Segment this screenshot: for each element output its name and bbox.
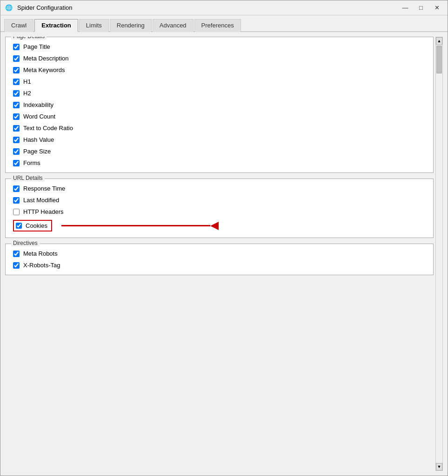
minimize-button[interactable]: — <box>398 3 412 13</box>
tab-preferences[interactable]: Preferences <box>194 19 241 32</box>
checkbox-item-page-size: Page Size <box>11 145 428 157</box>
checkbox-item-hash-value: Hash Value <box>11 134 428 145</box>
checkbox-last-modified[interactable] <box>13 197 20 204</box>
window-controls: — □ ✕ <box>398 3 444 13</box>
checkbox-item-h2: H2 <box>11 87 428 99</box>
tab-limits[interactable]: Limits <box>79 19 109 32</box>
checkbox-item-meta-description: Meta Description <box>11 53 428 64</box>
checkbox-cookies[interactable] <box>16 223 22 229</box>
label-meta-robots: Meta Robots <box>23 250 58 257</box>
checkbox-indexability[interactable] <box>13 102 20 108</box>
label-meta-keywords: Meta Keywords <box>23 66 65 73</box>
title-bar: 🌐 Spider Configuration — □ ✕ <box>0 0 448 15</box>
label-word-count: Word Count <box>23 113 55 120</box>
cookies-row: Cookies <box>11 218 428 234</box>
url-details-group: URL Details Response Time Last Modified … <box>5 178 434 238</box>
checkbox-item-last-modified: Last Modified <box>11 194 428 206</box>
checkbox-h1[interactable] <box>13 79 20 85</box>
red-arrow-container <box>61 222 221 230</box>
label-page-title: Page Title <box>23 43 50 50</box>
close-button[interactable]: ✕ <box>430 3 444 13</box>
label-cookies: Cookies <box>26 222 47 229</box>
checkbox-item-response-time: Response Time <box>11 183 428 194</box>
tab-extraction[interactable]: Extraction <box>34 19 78 32</box>
tab-crawl[interactable]: Crawl <box>4 19 33 32</box>
app-icon: 🌐 <box>4 3 13 13</box>
label-text-to-code-ratio: Text to Code Ratio <box>23 125 73 132</box>
checkbox-forms[interactable] <box>13 160 20 166</box>
main-window: 🌐 Spider Configuration — □ ✕ Crawl Extra… <box>0 0 448 476</box>
label-response-time: Response Time <box>23 185 65 192</box>
directives-group: Directives Meta Robots X-Robots-Tag <box>5 244 434 275</box>
checkbox-item-text-to-code-ratio: Text to Code Ratio <box>11 122 428 134</box>
label-indexability: Indexability <box>23 101 53 108</box>
scrollbar-thumb-area <box>436 46 442 462</box>
label-hash-value: Hash Value <box>23 136 54 143</box>
content-area: Page Details Page Title Meta Description… <box>0 32 448 476</box>
checkbox-item-meta-keywords: Meta Keywords <box>11 64 428 76</box>
page-details-title: Page Details <box>11 37 47 40</box>
label-h2: H2 <box>23 90 31 97</box>
tab-bar: Crawl Extraction Limits Rendering Advanc… <box>0 15 448 32</box>
checkbox-item-x-robots-tag: X-Robots-Tag <box>11 259 428 271</box>
checkbox-http-headers[interactable] <box>13 209 20 215</box>
label-h1: H1 <box>23 78 31 85</box>
scrollbar[interactable]: ▲ ▼ <box>435 37 443 471</box>
checkbox-item-meta-robots: Meta Robots <box>11 248 428 259</box>
checkbox-hash-value[interactable] <box>13 137 20 143</box>
url-details-title: URL Details <box>11 175 45 181</box>
checkbox-response-time[interactable] <box>13 185 20 192</box>
checkbox-item-indexability: Indexability <box>11 99 428 111</box>
label-meta-description: Meta Description <box>23 55 69 62</box>
checkbox-page-title[interactable] <box>13 44 20 50</box>
directives-title: Directives <box>11 240 40 246</box>
label-last-modified: Last Modified <box>23 197 59 204</box>
scrollbar-up-button[interactable]: ▲ <box>436 37 442 45</box>
label-x-robots-tag: X-Robots-Tag <box>23 262 60 269</box>
checkbox-item-page-title: Page Title <box>11 41 428 53</box>
tab-advanced[interactable]: Advanced <box>153 19 194 32</box>
checkbox-meta-robots[interactable] <box>13 251 20 257</box>
arrow-line <box>61 225 210 226</box>
label-forms: Forms <box>23 159 40 166</box>
window-title: Spider Configuration <box>17 4 398 11</box>
checkbox-item-word-count: Word Count <box>11 111 428 122</box>
scrollbar-thumb[interactable] <box>436 46 442 73</box>
checkbox-x-robots-tag[interactable] <box>13 262 20 269</box>
scroll-content: Page Details Page Title Meta Description… <box>5 37 435 471</box>
checkbox-h2[interactable] <box>13 90 20 97</box>
checkbox-item-h1: H1 <box>11 76 428 87</box>
label-page-size: Page Size <box>23 148 51 155</box>
checkbox-page-size[interactable] <box>13 148 20 155</box>
red-arrow <box>61 222 221 230</box>
label-http-headers: HTTP Headers <box>23 208 63 215</box>
checkbox-item-forms: Forms <box>11 157 428 169</box>
checkbox-meta-description[interactable] <box>13 55 20 62</box>
cookies-highlight: Cookies <box>13 220 52 231</box>
checkbox-text-to-code-ratio[interactable] <box>13 125 20 132</box>
checkbox-word-count[interactable] <box>13 113 20 120</box>
checkbox-item-http-headers: HTTP Headers <box>11 206 428 218</box>
checkbox-meta-keywords[interactable] <box>13 67 20 73</box>
tab-rendering[interactable]: Rendering <box>110 19 152 32</box>
arrow-head <box>210 222 219 230</box>
page-details-group: Page Details Page Title Meta Description… <box>5 37 434 173</box>
maximize-button[interactable]: □ <box>414 3 428 13</box>
scrollbar-down-button[interactable]: ▼ <box>436 463 442 470</box>
